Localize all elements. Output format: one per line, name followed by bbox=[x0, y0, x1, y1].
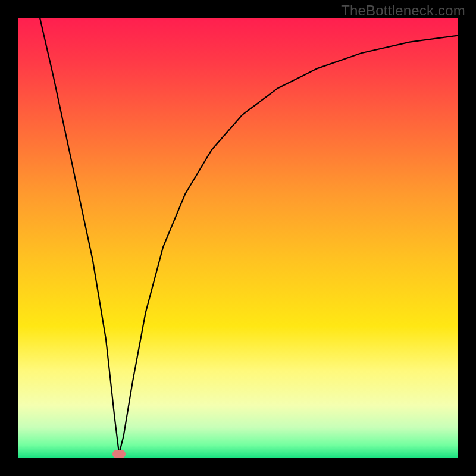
chart-plot-area bbox=[18, 18, 458, 458]
chart-curve bbox=[18, 18, 458, 458]
watermark-text: TheBottleneck.com bbox=[341, 2, 465, 19]
stage: TheBottleneck.com bbox=[0, 0, 476, 476]
chart-min-marker bbox=[112, 450, 126, 458]
